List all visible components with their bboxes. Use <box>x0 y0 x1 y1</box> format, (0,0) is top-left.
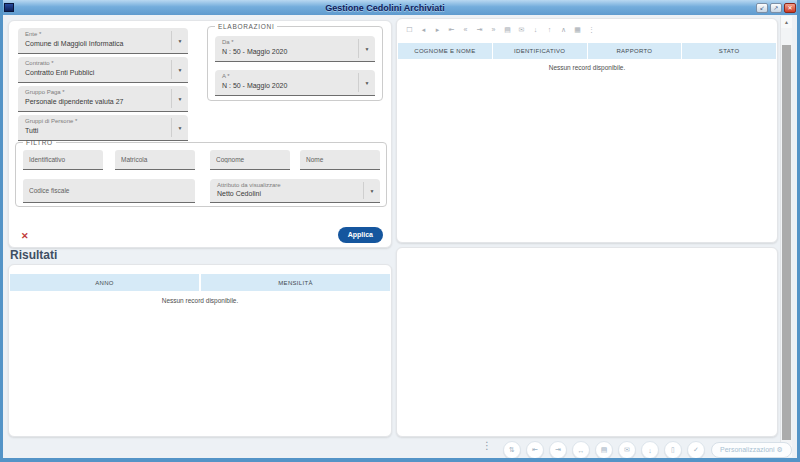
page-back-icon[interactable]: « <box>461 26 470 34</box>
app-window: Gestione Cedolini Archiviati ↙ ↗ ✕ Ente … <box>0 0 800 462</box>
gruppo-paga-select[interactable]: Gruppo Paga * Personale dipendente valut… <box>18 86 188 112</box>
minimize-button[interactable]: ↙ <box>756 3 768 13</box>
elaborazioni-da-select[interactable]: Da * N : 50 - Maggio 2020 ▼ <box>215 36 375 62</box>
page-forward-icon[interactable]: » <box>489 26 498 34</box>
first-page-icon: ⇤ <box>532 446 538 454</box>
scroll-up-icon[interactable]: ▲ <box>781 16 792 28</box>
last-page-icon: ⇥ <box>555 446 561 454</box>
first-page-button[interactable]: ⇤ <box>526 441 544 459</box>
contratto-value: Contratto Enti Pubblici <box>25 69 94 76</box>
gruppi-persone-select[interactable]: Gruppi di Persone * Tutti ▼ <box>18 115 188 141</box>
da-value: N : 50 - Maggio 2020 <box>222 48 287 55</box>
attributo-select[interactable]: Attributo da visualizzare Netto Cedolini… <box>210 179 380 203</box>
download-icon[interactable]: ↓ <box>531 26 540 34</box>
archive-toolbar: ☐ ◂ ▸ ⇤ « ⇥ » ▤ ✉ ↓ ↑ ∧ ▦ ⋮ <box>405 26 596 34</box>
chevron-down-icon: ▼ <box>358 39 375 58</box>
col-identificativo[interactable]: IDENTIFICATIVO <box>493 43 588 59</box>
gruppo-paga-label: Gruppo Paga * <box>25 89 65 95</box>
elaborazioni-legend: ELABORAZIONI <box>215 23 277 30</box>
a-value: N : 50 - Maggio 2020 <box>222 82 287 89</box>
a-label: A * <box>222 73 230 79</box>
cognome-input[interactable] <box>210 150 290 170</box>
app-icon <box>4 3 14 12</box>
window-title: Gestione Cedolini Archiviati <box>14 3 756 13</box>
ente-select[interactable]: Ente * Comune di Maggioli Informatica ▼ <box>18 28 188 54</box>
gear-icon: ⚙ <box>776 446 782 453</box>
select-all-icon[interactable]: ☐ <box>405 26 414 34</box>
col-cognome-nome[interactable]: COGNOME E NOME <box>398 43 493 59</box>
archive-panel: ☐ ◂ ▸ ⇤ « ⇥ » ▤ ✉ ↓ ↑ ∧ ▦ ⋮ COGNOME E NO… <box>396 18 778 243</box>
chevron-down-icon: ▼ <box>171 118 188 137</box>
gruppi-persone-value: Tutti <box>25 127 38 134</box>
last-page-icon[interactable]: ⇥ <box>475 26 484 34</box>
ente-label: Ente * <box>25 31 41 37</box>
risultati-panel: ANNO MENSILITÀ Nessun record disponibile… <box>8 264 392 437</box>
elaborazioni-fieldset: ELABORAZIONI Da * N : 50 - Maggio 2020 ▼… <box>207 23 383 101</box>
expand-icon: ↔ <box>578 447 585 454</box>
nav-prev-icon[interactable]: ◂ <box>419 26 428 34</box>
contratto-label: Contratto * <box>25 60 54 66</box>
mail-icon[interactable]: ✉ <box>517 26 526 34</box>
matricola-input[interactable] <box>115 150 195 170</box>
col-mensilita[interactable]: MENSILITÀ <box>201 274 390 291</box>
codice-fiscale-input[interactable] <box>23 179 195 203</box>
chevron-down-icon: ▼ <box>171 31 188 50</box>
attributo-label: Attributo da visualizzare <box>217 182 281 188</box>
archive-table-header: COGNOME E NOME IDENTIFICATIVO RAPPORTO S… <box>398 43 776 59</box>
export-icon: ⇅ <box>509 446 515 454</box>
archive-detail-panel <box>396 247 778 437</box>
more-options-icon[interactable]: ⋮ <box>482 440 492 451</box>
risultati-title: Risultati <box>10 248 57 262</box>
contratto-select[interactable]: Contratto * Contratto Enti Pubblici ▼ <box>18 57 188 83</box>
personalizzazioni-button[interactable]: Personalizzazioni ⚙ <box>711 442 792 458</box>
upload-icon[interactable]: ↑ <box>545 26 554 34</box>
chevron-down-icon: ▼ <box>171 89 188 108</box>
close-button[interactable]: ✕ <box>784 3 796 13</box>
col-rapporto[interactable]: RAPPORTO <box>588 43 683 59</box>
document-button[interactable]: ▤ <box>595 441 613 459</box>
col-stato[interactable]: STATO <box>682 43 776 59</box>
elaborazioni-a-select[interactable]: A * N : 50 - Maggio 2020 ▼ <box>215 70 375 96</box>
filtro-legend: FILTRO <box>23 139 56 146</box>
col-anno[interactable]: ANNO <box>10 274 201 291</box>
ente-value: Comune di Maggioli Informatica <box>25 40 123 47</box>
first-page-icon[interactable]: ⇤ <box>447 26 456 34</box>
collapse-icon[interactable]: ∧ <box>559 26 568 34</box>
vertical-scrollbar[interactable]: ▲ ▼ <box>780 16 792 457</box>
applica-button[interactable]: Applica <box>338 227 383 243</box>
filters-panel: Ente * Comune di Maggioli Informatica ▼ … <box>8 20 392 248</box>
da-label: Da * <box>222 39 234 45</box>
maximize-button[interactable]: ↗ <box>770 3 782 13</box>
attributo-value: Netto Cedolini <box>217 190 261 197</box>
scrollbar-thumb[interactable] <box>782 45 791 440</box>
report-icon: ▯ <box>671 446 675 454</box>
copy-icon[interactable]: ▤ <box>503 26 512 34</box>
filtro-fieldset: FILTRO Attributo da visualizzare Netto C… <box>15 139 387 207</box>
chevron-down-icon: ▼ <box>171 60 188 79</box>
download-button[interactable]: ↓ <box>641 441 659 459</box>
nome-input[interactable] <box>300 150 380 170</box>
gruppi-persone-label: Gruppi di Persone * <box>25 118 77 124</box>
download-icon: ↓ <box>648 447 652 454</box>
risultati-table-header: ANNO MENSILITÀ <box>10 274 390 291</box>
mail-button[interactable]: ✉ <box>618 441 636 459</box>
risultati-empty-text: Nessun record disponibile. <box>9 297 391 304</box>
export-button[interactable]: ⇅ <box>503 441 521 459</box>
mail-icon: ✉ <box>624 446 630 454</box>
last-page-button[interactable]: ⇥ <box>549 441 567 459</box>
report-button[interactable]: ▯ <box>664 441 682 459</box>
check-button[interactable]: ✓ <box>687 441 705 459</box>
identificativo-input[interactable] <box>23 150 103 170</box>
document-icon: ▤ <box>601 446 608 454</box>
archive-empty-text: Nessun record disponibile. <box>397 64 777 71</box>
chevron-down-icon: ▼ <box>358 73 375 92</box>
nav-next-icon[interactable]: ▸ <box>433 26 442 34</box>
title-bar: Gestione Cedolini Archiviati ↙ ↗ ✕ <box>0 0 800 15</box>
clear-filters-button[interactable]: ✕ <box>21 231 29 241</box>
gruppo-paga-value: Personale dipendente valuta 27 <box>25 98 123 105</box>
personalizzazioni-label: Personalizzazioni <box>720 446 774 453</box>
expand-button[interactable]: ↔ <box>572 441 590 459</box>
more-icon[interactable]: ⋮ <box>587 26 596 34</box>
grid-icon[interactable]: ▦ <box>573 26 582 34</box>
chevron-down-icon: ▼ <box>363 182 380 199</box>
